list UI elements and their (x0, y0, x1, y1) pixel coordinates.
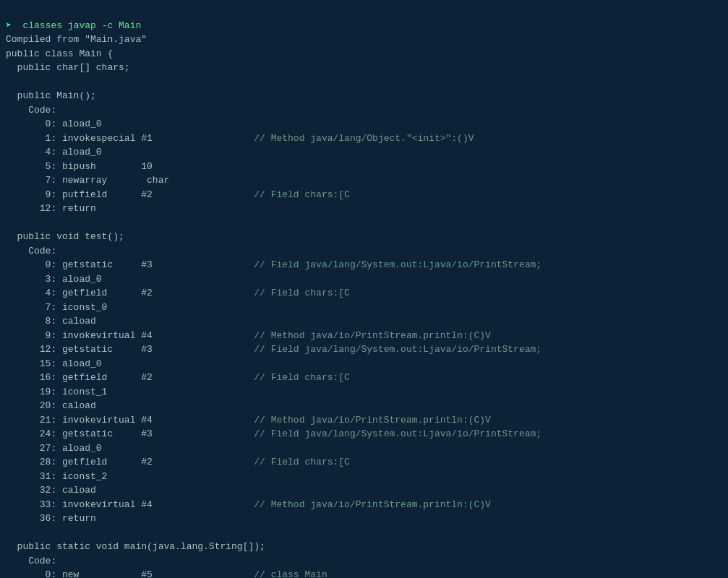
terminal-line: 24: getstatic #3 // Field java/lang/Syst… (6, 427, 722, 441)
terminal-line: 0: getstatic #3 // Field java/lang/Syste… (6, 258, 722, 272)
terminal-line: Code: (6, 103, 722, 118)
terminal-line: 21: invokevirtual #4 // Method java/io/P… (6, 413, 722, 428)
terminal-line: 36: return (6, 512, 722, 526)
terminal-line: 8: caload (6, 314, 722, 329)
terminal-line: 28: getfield #2 // Field chars:[C (6, 455, 722, 470)
terminal-line: Code: (6, 554, 722, 569)
terminal-line: 15: aload_0 (6, 357, 722, 371)
terminal-line: 4: aload_0 (6, 145, 722, 160)
terminal-line: Code: (6, 244, 722, 259)
terminal-line: 1: invokespecial #1 // Method java/lang/… (6, 131, 722, 146)
terminal-line: 9: putfield #2 // Field chars:[C (6, 188, 722, 202)
terminal-line: 16: getfield #2 // Field chars:[C (6, 371, 722, 385)
terminal-line: Compiled from "Main.java" (6, 33, 722, 47)
terminal-line: 20: caload (6, 399, 722, 413)
terminal-line: public Main(); (6, 89, 722, 103)
terminal-line: 27: aload_0 (6, 441, 722, 456)
terminal-line: 33: invokevirtual #4 // Method java/io/P… (6, 498, 722, 512)
terminal-line: 3: aload_0 (6, 272, 722, 287)
terminal-line: public char[] chars; (6, 61, 722, 75)
terminal-line: public void test(); (6, 230, 722, 244)
terminal-line: 7: iconst_0 (6, 301, 722, 315)
terminal-line: public static void main(java.lang.String… (6, 540, 722, 554)
terminal-line: ➤ classes javap -c Main (6, 19, 722, 33)
terminal-line (6, 216, 722, 230)
terminal-line: 9: invokevirtual #4 // Method java/io/Pr… (6, 329, 722, 343)
terminal-line: 4: getfield #2 // Field chars:[C (6, 286, 722, 301)
terminal-line: public class Main { (6, 47, 722, 61)
terminal-line: 0: aload_0 (6, 117, 722, 131)
terminal-line: 7: newarray char (6, 173, 722, 188)
terminal-line (6, 526, 722, 540)
terminal-line: 32: caload (6, 483, 722, 498)
terminal-output: ➤ classes javap -c MainCompiled from "Ma… (6, 4, 722, 578)
terminal-line (6, 75, 722, 90)
terminal-line: 5: bipush 10 (6, 160, 722, 174)
terminal-line: 12: getstatic #3 // Field java/lang/Syst… (6, 342, 722, 357)
terminal-line: 12: return (6, 202, 722, 216)
terminal-line: 0: new #5 // class Main (6, 568, 722, 578)
terminal-line: 19: iconst_1 (6, 385, 722, 400)
terminal-line: 31: iconst_2 (6, 470, 722, 484)
